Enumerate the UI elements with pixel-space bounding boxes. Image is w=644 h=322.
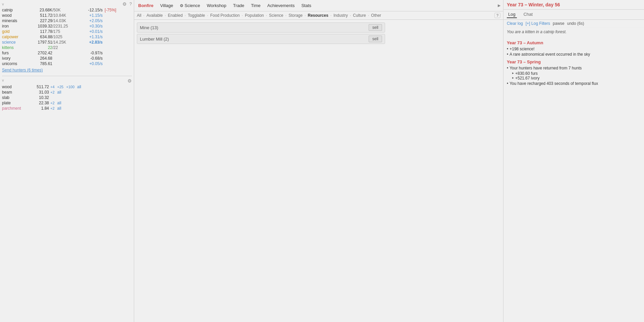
resource-value-minerals: 227.29 [27, 18, 52, 23]
log-controls: Clear log [+] Log Filters pawse undo (6s… [503, 20, 644, 28]
resource-name-science: science [2, 40, 27, 45]
subnav-science[interactable]: Science [269, 13, 283, 18]
resource-name-ivory: ivory [2, 56, 27, 61]
nav-achievements[interactable]: Achievements [266, 2, 296, 9]
building-name-mine: Mine (13) [140, 25, 369, 30]
building-lumber-mill: Lumber Mill (2) sell [137, 34, 385, 44]
resource-kittens: kittens 22 /22 [2, 45, 132, 50]
log-sub-text-ivory: +521.67 ivory [515, 76, 539, 80]
subnav-storage[interactable]: Storage [288, 13, 303, 18]
bullet: • [507, 81, 508, 86]
resource-rate-catnip: -12.15/s [76, 8, 103, 12]
trade-all-plate[interactable]: all [57, 101, 61, 105]
subnav-all[interactable]: All [137, 13, 141, 18]
log-filters-button[interactable]: [+] Log Filters [526, 21, 550, 26]
resource-rate-ivory: -0.68/s [76, 56, 103, 61]
log-sub-text-furs: +830.60 furs [515, 71, 538, 76]
building-sell-mine[interactable]: sell [369, 24, 382, 31]
log-text-0-0: +198 science! [509, 47, 534, 51]
nav-science[interactable]: ⚙ Science [178, 2, 201, 9]
log-header: Year 73 – Winter, day 56 [503, 0, 644, 10]
trade-plus4-wood[interactable]: +4 [49, 85, 56, 89]
help-icon[interactable]: ? [129, 1, 132, 7]
resource-value-wood: 511.72 [27, 13, 52, 18]
building-sell-lumber-mill[interactable]: sell [369, 36, 382, 42]
trade-value-beam: 31.03 [29, 90, 49, 95]
resource-value-furs: 2702.42 [27, 51, 52, 55]
log-entry-0-0: • +198 science! [507, 47, 641, 51]
resource-catpower: catpower 634.88 /1025 +1.31/s [2, 34, 132, 40]
building-name-lumber-mill: Lumber Mill (2) [140, 37, 369, 42]
tab-log[interactable]: Log [507, 11, 517, 18]
settings-icon[interactable]: ⚙ [122, 1, 127, 7]
clear-log-button[interactable]: Clear log [507, 21, 523, 26]
trade-slab: slab 10.32 [2, 95, 132, 100]
subnav-industry[interactable]: Industry [333, 13, 348, 18]
help-button[interactable]: ? [494, 13, 500, 18]
sub-nav: All · Available · Enabled · Togglable · … [134, 11, 503, 20]
nav-village[interactable]: Village [159, 2, 175, 9]
trade-plus2-beam[interactable]: +2 [49, 90, 56, 94]
resource-unicorns: unicorns 785.61 +0.05/s [2, 61, 132, 66]
resource-rate-minerals: +2.05/s [76, 18, 103, 23]
trade-name-beam: beam [2, 90, 29, 95]
resource-name-furs: furs [2, 51, 27, 55]
log-undo[interactable]: undo (6s) [567, 21, 584, 26]
content-area: Mine (13) sell Lumber Mill (2) sell [134, 20, 503, 322]
log-year-spring: Year 73 – Spring [507, 59, 641, 64]
trade-plus2-parchment[interactable]: +2 [49, 106, 56, 110]
trade-all-beam[interactable]: all [57, 90, 61, 95]
subnav-population[interactable]: Population [245, 13, 264, 18]
resource-name-catnip: catnip [2, 8, 27, 12]
subnav-enabled[interactable]: Enabled [168, 13, 183, 18]
collapse-icon[interactable]: ▶ [498, 3, 500, 8]
log-intro: You are a kitten in a catnip forest. [503, 28, 644, 36]
building-mine: Mine (13) sell [137, 22, 385, 33]
resource-rate-iron: +0.30/s [76, 24, 103, 29]
top-nav: Bonfire Village ⚙ Science Workshop Trade… [134, 0, 503, 11]
resource-value-kittens: 22 [27, 45, 52, 50]
resource-value-gold: 117.78 [27, 29, 52, 34]
trade-plus100-wood[interactable]: +100 [65, 85, 76, 89]
subnav-available[interactable]: Available [147, 13, 163, 18]
resource-max-kittens: /22 [52, 45, 76, 50]
resource-rate-gold: +0.01/s [76, 29, 103, 34]
nav-bonfire[interactable]: Bonfire [137, 2, 155, 9]
trade-all-parchment[interactable]: all [57, 106, 61, 111]
resource-modifier-catnip: [-75%] [105, 8, 116, 12]
nav-stats[interactable]: Stats [300, 2, 313, 9]
resource-name-gold: gold [2, 29, 27, 34]
log-pause[interactable]: pawse [553, 21, 565, 26]
sub-bullet: ▸ [512, 71, 514, 75]
resource-max-catpower: /1025 [52, 35, 76, 39]
resource-name-wood: wood [2, 13, 27, 18]
trade-settings-icon[interactable]: ⚙ [127, 78, 132, 84]
resource-max-catnip: /50K [52, 8, 76, 12]
bullet: • [507, 66, 508, 70]
resource-minerals: minerals 227.29 /14.03K +2.05/s [2, 18, 132, 23]
send-hunters-link[interactable]: Send hunters (6 times) [2, 68, 132, 72]
trade-plus25-wood[interactable]: +25 [56, 85, 65, 89]
resource-gold: gold 117.78 /175 +0.01/s [2, 29, 132, 34]
resource-value-unicorns: 785.61 [27, 61, 52, 66]
nav-workshop[interactable]: Workshop [206, 2, 228, 9]
subnav-other[interactable]: Other [371, 13, 381, 18]
tab-chat[interactable]: Chat [522, 11, 534, 18]
subnav-culture[interactable]: Culture [353, 13, 366, 18]
trade-name-parchment: parchment [2, 106, 29, 111]
subnav-resources[interactable]: Resources [308, 13, 328, 18]
nav-time[interactable]: Time [250, 2, 262, 9]
resource-science: science 1797.51 /14.25K +2.83/s [2, 40, 132, 45]
log-section-spring: Year 73 – Spring • Your hunters have ret… [507, 59, 641, 86]
log-title: Year 73 – Winter, day 56 [507, 2, 560, 7]
subnav-food-production[interactable]: Food Production [210, 13, 240, 18]
resource-max-minerals: /14.03K [52, 18, 76, 23]
trade-parchment: parchment 1.84 +2 all [2, 106, 132, 111]
subnav-togglable[interactable]: Togglable [188, 13, 205, 18]
log-sub-furs: ▸ +830.60 furs [512, 71, 641, 76]
resources-list: catnip 23.68K /50K -12.15/s [-75%] wood … [2, 7, 132, 66]
trade-name-plate: plate [2, 101, 29, 105]
nav-trade[interactable]: Trade [232, 2, 246, 9]
trade-all-wood[interactable]: all [77, 85, 81, 89]
trade-plus2-plate[interactable]: +2 [49, 101, 56, 105]
